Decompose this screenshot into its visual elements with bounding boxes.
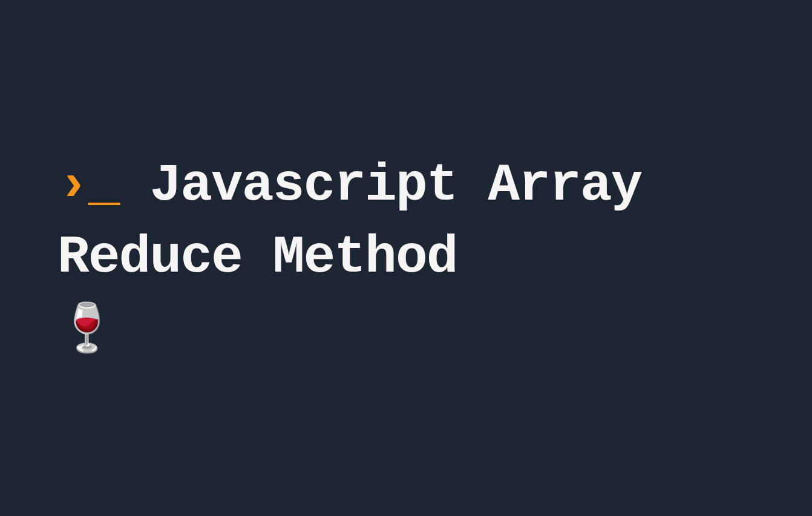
prompt-caret-icon: › [57,155,88,215]
slide-title: Javascript Array Reduce Method [57,155,641,287]
slide-content: ›_ Javascript Array Reduce Method 🍷 [57,150,776,366]
wine-glass-emoji: 🍷 [57,299,115,363]
prompt-underscore-icon: _ [88,155,119,215]
